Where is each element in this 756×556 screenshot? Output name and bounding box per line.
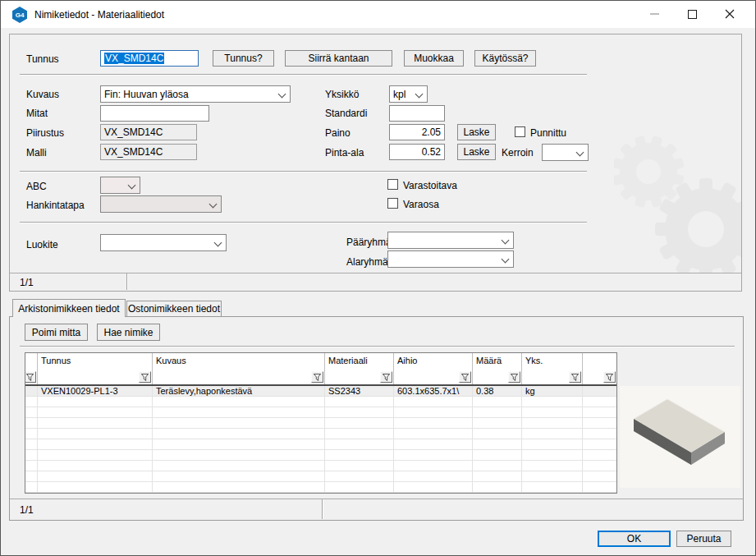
cell — [153, 397, 325, 407]
table-row[interactable] — [25, 461, 616, 471]
column-header[interactable]: Materiaali — [325, 353, 394, 384]
paaryhma-combobox[interactable] — [387, 232, 514, 249]
cell — [394, 418, 473, 429]
separator — [20, 171, 587, 172]
standardi-label: Standardi — [325, 108, 367, 119]
laske-paino-button[interactable]: Laske — [457, 124, 496, 140]
title-bar[interactable]: G4 Nimiketiedot - Materiaalitiedot — [1, 1, 755, 28]
siirra-kantaan-button[interactable]: Siirrä kantaan — [285, 50, 392, 67]
filter-icon[interactable] — [139, 371, 151, 383]
cell — [522, 418, 583, 429]
cell — [25, 439, 38, 450]
paino-input[interactable]: 2.05 — [389, 124, 445, 140]
cell — [25, 429, 38, 439]
filter-icon[interactable] — [25, 371, 36, 383]
cell — [583, 407, 616, 418]
abc-combobox[interactable] — [100, 177, 140, 194]
cell — [473, 407, 522, 418]
filter-icon[interactable] — [311, 371, 323, 383]
kaytossa-button[interactable]: Käytössä? — [474, 50, 536, 67]
standardi-input[interactable] — [389, 105, 445, 122]
column-header[interactable]: Tunnus — [38, 353, 153, 384]
table-row[interactable] — [25, 418, 616, 429]
yksikko-combobox[interactable]: kpl — [389, 85, 428, 103]
cell — [394, 461, 473, 471]
table-row[interactable] — [25, 439, 616, 450]
column-header[interactable]: Aihio — [394, 353, 473, 384]
cell — [522, 482, 583, 493]
archive-tab-panel: Poimi mitta Hae nimike TunnusKuvausMater… — [9, 316, 744, 521]
table-row[interactable] — [25, 482, 616, 493]
filter-icon[interactable] — [603, 371, 616, 383]
poimi-mitta-button[interactable]: Poimi mitta — [25, 324, 88, 341]
cell — [153, 439, 325, 450]
laske-pinta-ala-button[interactable]: Laske — [457, 144, 496, 160]
kuvaus-combobox[interactable]: Fin: Huuvan yläosa — [100, 85, 291, 103]
chevron-down-icon — [502, 237, 510, 245]
column-header[interactable]: Yks. — [522, 353, 583, 384]
filter-icon[interactable] — [569, 371, 581, 383]
cell: Teräslevy,haponkestävä — [153, 386, 325, 397]
muokkaa-button[interactable]: Muokkaa — [404, 50, 464, 67]
cell — [25, 407, 38, 418]
table-row[interactable] — [25, 397, 616, 407]
tunnus-input[interactable]: VX_SMD14C — [100, 50, 199, 67]
table-row[interactable] — [25, 471, 616, 482]
varastoitava-checkbox[interactable] — [387, 179, 398, 190]
maximize-button[interactable] — [673, 1, 711, 27]
pinta-ala-input[interactable]: 0.52 — [389, 144, 445, 160]
yksikko-label: Yksikkö — [325, 89, 359, 100]
close-button[interactable] — [711, 1, 749, 27]
cell — [153, 429, 325, 439]
hae-nimike-button[interactable]: Hae nimike — [97, 324, 160, 341]
chevron-down-icon — [278, 90, 286, 99]
peruuta-button[interactable]: Peruuta — [676, 531, 731, 547]
cell: 0.38 — [473, 386, 522, 397]
table-row[interactable] — [25, 450, 616, 461]
hankintatapa-combobox[interactable] — [100, 195, 222, 213]
material-items-grid: TunnusKuvausMateriaaliAihioMääräYks.VXEN… — [25, 352, 617, 494]
cell — [25, 461, 38, 471]
luokite-combobox[interactable] — [100, 234, 227, 251]
cell — [522, 471, 583, 482]
selector-column-header — [25, 353, 38, 384]
abc-label: ABC — [26, 181, 47, 192]
filter-icon[interactable] — [508, 371, 520, 383]
table-row[interactable] — [25, 407, 616, 418]
cell — [325, 397, 394, 407]
tunnus-query-button[interactable]: Tunnus? — [213, 50, 274, 67]
cell — [394, 397, 473, 407]
alaryhma-combobox[interactable] — [387, 250, 514, 268]
grid-status-bar: 1/1 — [10, 499, 743, 520]
mitat-input[interactable] — [100, 105, 209, 122]
varaosa-checkbox[interactable] — [387, 198, 398, 209]
cell — [325, 450, 394, 461]
cell — [583, 429, 616, 439]
tab-ostonimikkeen-tiedot[interactable]: Ostonimikkeen tiedot — [126, 301, 222, 316]
cell — [153, 418, 325, 429]
table-row[interactable] — [25, 429, 616, 439]
mitat-label: Mitat — [26, 108, 48, 119]
ok-button[interactable]: OK — [598, 531, 671, 547]
cell — [394, 429, 473, 439]
tab-arkistonimikkeen-tiedot[interactable]: Arkistonimikkeen tiedot — [12, 299, 126, 317]
filter-icon[interactable] — [380, 371, 392, 383]
column-header[interactable]: Määrä — [473, 353, 522, 384]
minimize-icon — [650, 13, 659, 15]
cell — [38, 450, 153, 461]
column-header[interactable]: Kuvaus — [153, 353, 325, 384]
kerroin-combobox[interactable] — [542, 144, 589, 161]
cell — [473, 397, 522, 407]
separator — [20, 346, 735, 347]
malli-field: VX_SMD14C — [100, 144, 197, 160]
table-row[interactable]: VXEN10029-PL1-3Teräslevy,haponkestäväSS2… — [25, 386, 616, 397]
cell — [522, 450, 583, 461]
cell: SS2343 — [325, 386, 394, 397]
cell — [522, 397, 583, 407]
cell — [25, 386, 38, 397]
tab-label: Arkistonimikkeen tiedot — [18, 303, 119, 315]
cell — [325, 407, 394, 418]
punnittu-checkbox[interactable] — [515, 126, 525, 137]
form-status-bar: 1/1 — [10, 273, 741, 291]
filter-icon[interactable] — [459, 371, 471, 383]
